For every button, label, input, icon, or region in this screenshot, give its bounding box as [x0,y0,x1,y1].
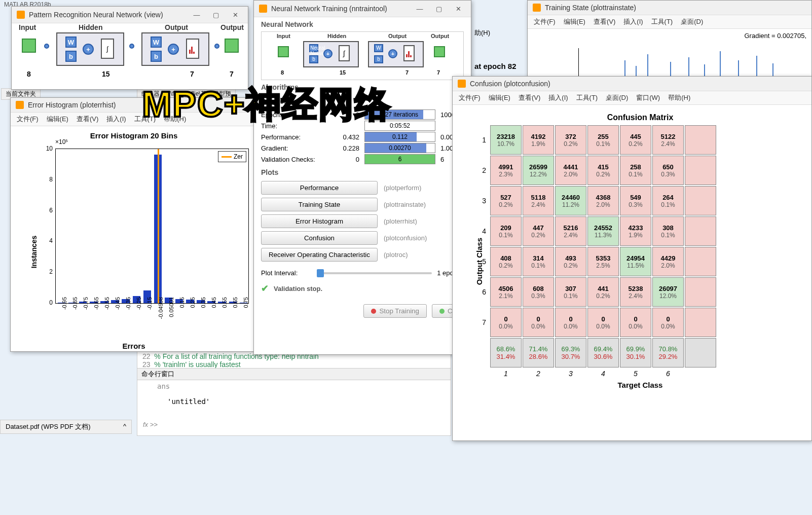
dataset-bar[interactable]: Dataset.pdf (WPS PDF 文档) ^ [0,420,132,434]
confusion-cell: 2659912.2% [523,156,554,185]
confusion-title: Confusion Matrix [474,113,806,122]
svg-rect-3 [406,54,408,57]
nn-section-title: Neural Network [254,17,471,31]
roc-button[interactable]: Receiver Operating Characteristic [261,248,378,262]
hidden-size: 15 [102,70,110,78]
menu-insert[interactable]: 插入(I) [106,115,126,124]
editor-area[interactable]: 22 % For a list of all training function… [137,350,451,436]
connector-dot [44,44,49,49]
maximize-button[interactable]: ▢ [431,4,447,14]
input-label: Input [19,23,36,31]
bias-block: b [65,51,77,62]
menubar: 文件(F) 编辑(E) 查看(V) 插入(I) 工具(T) 桌面(D) [528,15,811,29]
x-tick: 0.05001 [168,297,174,322]
help-menu-partial[interactable]: 助(H) [474,28,490,38]
menu-help[interactable]: 帮助(H) [668,93,690,102]
matlab-icon [533,4,541,12]
plot-interval-slider[interactable] [317,272,432,274]
minimize-button[interactable]: — [412,4,427,14]
legend: Zer [218,151,246,162]
maximize-button[interactable]: ▢ [208,10,224,20]
output-label: Output [165,23,188,31]
confusion-grid: 12321810.7%41921.9%3720.2%2550.1%4450.2%… [474,125,806,367]
menu-tool[interactable]: 工具(T) [651,17,673,26]
close-button[interactable]: ✕ [451,4,466,14]
confusion-cell: 44292.0% [652,247,684,276]
progress-body: Epoch: 0 827 iterations 1000 Time: 0:05:… [254,108,471,165]
close-button[interactable]: ✕ [228,10,243,20]
confusion-cell: 00.0% [652,308,684,337]
x-tick: 0.45 [211,297,217,322]
svg-rect-2 [193,52,195,54]
menu-file[interactable]: 文件(F) [534,17,556,26]
state-chart-area: Gradient = 0.002705, [528,29,811,81]
zero-error-line [158,149,159,303]
plots-section: Plots [254,165,471,179]
window-title: Error Histogram (ploterrhist) [28,101,252,109]
menu-desktop[interactable]: 桌面(D) [606,93,628,102]
x-tick: 0.65 [232,297,238,322]
titlebar[interactable]: Confusion (plotconfusion) [453,77,811,91]
confusion-summary-cell: 68.6%31.4% [490,338,522,367]
confusion-summary-cutoff [685,338,716,367]
confusion-button[interactable]: Confusion [261,231,378,245]
y-tick: 8 [40,176,53,183]
menu-file[interactable]: 文件(F) [17,115,39,124]
window-title: Neural Network Training (nntraintool) [271,5,408,13]
epoch-partial-text: at epoch 82 [474,62,516,70]
window-title: Training State (plottrainstate) [545,4,806,12]
menu-view[interactable]: 查看(V) [519,93,540,102]
menu-insert[interactable]: 插入(I) [548,93,568,102]
confusion-cell-cutoff [685,216,716,246]
menu-tool[interactable]: 工具(T) [576,93,598,102]
x-tick: -0.95 [61,297,67,322]
menu-edit[interactable]: 编辑(E) [564,17,585,26]
performance-button[interactable]: Performance [261,181,378,195]
menu-view[interactable]: 查看(V) [77,115,98,124]
confusion-cell: 00.0% [587,308,619,337]
weight-block: W [65,36,77,48]
x-tick: 0.35 [200,297,206,322]
menubar: 文件(F) 编辑(E) 查看(V) 插入(I) 工具(T) 帮助(H) [11,113,257,126]
fx-prompt[interactable]: fx >> [143,421,158,428]
menu-edit[interactable]: 编辑(E) [47,115,68,124]
error-histogram-window: Error Histogram (ploterrhist) 文件(F) 编辑(E… [10,97,257,352]
titlebar[interactable]: Error Histogram (ploterrhist) [11,98,257,113]
menu-window[interactable]: 窗口(W) [636,93,660,102]
y-exponent: ×10⁵ [55,138,68,145]
col-label: 2 [523,370,554,378]
confusion-cell: 3720.2% [555,125,586,155]
x-tick: -0.65 [93,297,99,322]
col-label: 3 [555,370,586,378]
check-icon: ✔ [261,283,269,294]
training-state-button[interactable]: Training State [261,198,378,211]
confusion-cell: 2550.1% [587,125,619,155]
window-title: Confusion (plotconfusion) [470,80,806,88]
menu-file[interactable]: 文件(F) [459,93,481,102]
confusion-cell: 51222.4% [652,125,684,155]
x-axis-label: Errors [11,342,257,350]
titlebar[interactable]: Neural Network Training (nntraintool) — … [254,1,471,17]
minimize-button[interactable]: — [189,10,204,20]
chevron-up-icon[interactable]: ^ [123,422,126,431]
x-tick: 0.15 [179,297,185,322]
menu-help[interactable]: 帮助(H) [164,115,186,124]
plot-area: Zer -0.95-0.85-0.75-0.65-0.55-0.45-0.35-… [55,149,249,304]
matlab-icon [259,5,267,13]
confusion-cell: 3140.1% [523,247,554,276]
col-label: 5 [620,370,651,378]
titlebar[interactable]: Pattern Recognition Neural Network (view… [12,7,248,23]
menu-insert[interactable]: 插入(I) [623,17,643,26]
y-tick: 10 [40,145,53,152]
button-row: Stop Training Ca [254,299,471,323]
titlebar[interactable]: Training State (plottrainstate) [528,1,811,15]
confusion-window: Confusion (plotconfusion) 文件(F) 编辑(E) 查看… [452,76,812,441]
confusion-cell: 4410.2% [587,277,619,307]
menu-view[interactable]: 查看(V) [594,17,615,26]
menu-desktop[interactable]: 桌面(D) [681,17,703,26]
activation-block: ∫ [101,39,114,59]
menu-edit[interactable]: 编辑(E) [489,93,510,102]
error-histogram-button[interactable]: Error Histogram [261,214,378,228]
menu-tool[interactable]: 工具(T) [134,115,156,124]
stop-training-button[interactable]: Stop Training [363,304,427,318]
